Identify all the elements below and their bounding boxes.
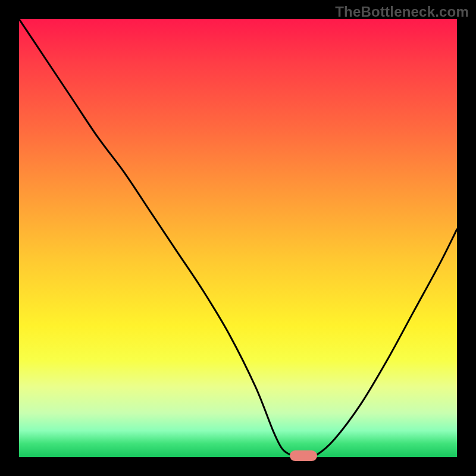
curve-path (19, 19, 457, 456)
chart-frame: TheBottleneck.com (0, 0, 476, 476)
watermark-label: TheBottleneck.com (335, 4, 469, 20)
bottleneck-curve (19, 19, 457, 457)
optimal-marker (290, 450, 317, 461)
plot-area (19, 19, 457, 457)
